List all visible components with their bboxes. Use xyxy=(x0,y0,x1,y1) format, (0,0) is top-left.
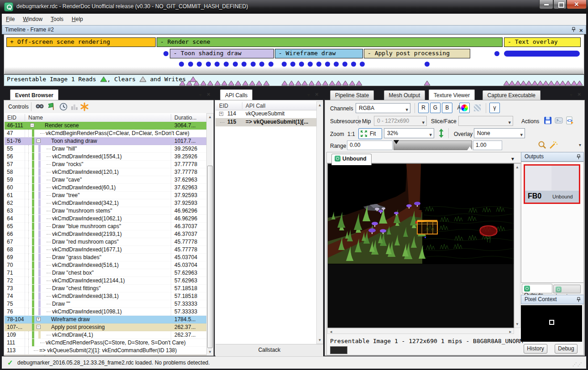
timeline-draw-dot[interactable] xyxy=(360,62,365,67)
stats-icon-disabled[interactable] xyxy=(69,102,79,112)
star-asterisk-icon[interactable] xyxy=(79,102,89,112)
tab-texture-viewer[interactable]: Texture Viewer xyxy=(429,89,475,100)
zoom-range-icon[interactable] xyxy=(537,140,547,150)
write-marker-triangle[interactable] xyxy=(179,80,186,87)
timeline-draw-dot[interactable] xyxy=(325,62,330,67)
event-row[interactable]: 55Draw "hill"39.25926 xyxy=(5,145,207,153)
menu-tools[interactable]: Tools xyxy=(47,14,68,25)
title-bar[interactable]: debugmarker.rdc - RenderDoc Unofficial r… xyxy=(0,0,588,14)
write-marker-triangle[interactable] xyxy=(235,80,242,87)
event-row[interactable]: 51-76−Toon shading draw1017.7... xyxy=(5,137,207,145)
texture-hscrollbar[interactable]: ◄► xyxy=(327,328,514,334)
texture-tab-unbound[interactable]: Unbound xyxy=(331,154,372,165)
timeline-draw-dot[interactable] xyxy=(351,62,356,67)
pixel-context-pin-icon[interactable] xyxy=(576,297,581,306)
event-row[interactable]: 66vkCmdDrawIndexed(2193,1)46.37037 xyxy=(5,230,207,238)
event-row[interactable]: 63Draw "mushroom stems"46.96296 xyxy=(5,207,207,215)
right-panel-menu-icon[interactable]: ▾ xyxy=(570,92,572,98)
tab-capture-executable[interactable]: Capture Executable xyxy=(483,90,541,100)
zoom-fit-button[interactable]: Fit xyxy=(358,128,382,139)
timeline-draw-dot[interactable] xyxy=(179,62,184,67)
open-in-shader-icon[interactable]: <> xyxy=(565,115,575,125)
write-marker-triangle[interactable] xyxy=(221,80,228,87)
timeline-canvas[interactable]: + Off-screen scene rendering- Render sce… xyxy=(4,34,584,74)
tab-outputs[interactable]: Outputs xyxy=(522,284,552,293)
event-row[interactable]: 64vkCmdDrawIndexed(1062,1)46.96296 xyxy=(5,215,207,223)
debug-button[interactable]: Debug xyxy=(555,344,578,354)
timeline-draw-dot[interactable] xyxy=(188,62,193,67)
write-marker-triangle[interactable] xyxy=(329,80,336,87)
mip-select[interactable]: 0 - 1272x690▾ xyxy=(374,116,427,126)
event-browser-header[interactable]: EID Name Duratio... xyxy=(5,113,214,122)
right-panel-close-icon[interactable]: × xyxy=(578,91,581,98)
timeline-draw-dot[interactable] xyxy=(206,62,211,67)
timeline-draw-dot[interactable] xyxy=(299,62,304,67)
event-row[interactable]: 76vkCmdDrawIndexed(1098,1)57.33333 xyxy=(5,308,207,316)
pixel-context-header[interactable]: Pixel Context xyxy=(521,295,584,304)
timeline-marker-bar[interactable]: - Toon shading draw xyxy=(170,49,274,58)
close-button[interactable]: ✕ xyxy=(567,0,587,9)
write-marker-triangle[interactable] xyxy=(288,80,295,87)
minimize-button[interactable] xyxy=(539,0,553,9)
write-marker-triangle[interactable] xyxy=(356,80,362,87)
event-browser-tree[interactable]: 46-111−Render scene3064.7...47vkCmdBegin… xyxy=(5,122,207,356)
write-marker-triangle[interactable] xyxy=(349,80,356,87)
channel-r-toggle[interactable]: R xyxy=(418,103,429,113)
api-calls-header[interactable]: EID API Call xyxy=(215,101,323,110)
timeline-marker-bar[interactable]: - Text overlay xyxy=(504,37,581,47)
event-row[interactable]: 59Draw "cave"37.62963 xyxy=(5,176,207,184)
api-row[interactable]: +114vkQueueSubmit xyxy=(215,110,317,118)
timeline-draw-dot[interactable] xyxy=(224,62,229,67)
tab-event-browser[interactable]: Event Browser xyxy=(10,89,58,100)
tab-mesh-output[interactable]: Mesh Output xyxy=(384,90,425,100)
timeline-draw-dot[interactable] xyxy=(197,62,202,67)
event-row[interactable]: 113=> vkQueueSubmit(2)[1]: vkEndCommandB… xyxy=(5,347,207,354)
texture-vscrollbar[interactable]: ▲▼ xyxy=(514,163,520,328)
event-row[interactable]: 68vkCmdDrawIndexed(1677,1)45.77778 xyxy=(5,246,207,254)
timeline-draw-dot[interactable] xyxy=(215,62,220,67)
timeline-draw-pill[interactable] xyxy=(504,51,580,57)
toolbar-overflow-icon[interactable]: ▾ xyxy=(579,142,581,147)
write-marker-triangle[interactable] xyxy=(193,80,200,87)
event-row[interactable]: 78-104+Wireframe draw1784.5... xyxy=(5,316,207,323)
tree-expander[interactable]: − xyxy=(37,325,41,329)
write-marker-triangle[interactable] xyxy=(207,80,214,87)
tab-inputs[interactable]: Inputs xyxy=(553,285,581,293)
timeline-marker-bar[interactable]: - Render scene xyxy=(157,37,503,47)
pixel-context-view[interactable] xyxy=(521,305,582,342)
tree-expander[interactable]: − xyxy=(37,139,41,143)
event-row[interactable]: 115=> vkQueueSubmit(1)[0]: vkBeginComman… xyxy=(5,354,207,356)
write-marker-triangle[interactable] xyxy=(342,80,349,87)
range-white-handle[interactable] xyxy=(467,146,472,151)
timeline-draw-dot[interactable] xyxy=(290,62,295,67)
event-row[interactable]: 71Draw "chest box"57.62963 xyxy=(5,269,207,277)
timeline-draw-dot[interactable] xyxy=(163,51,168,56)
api-row[interactable]: 115=> vkQueueSubmit(1)[... xyxy=(215,118,317,126)
timeline-close-icon[interactable]: × xyxy=(579,26,583,35)
event-row[interactable]: 57Draw "rocks"37.77778 xyxy=(5,161,207,168)
zoom-select[interactable]: 32%▾ xyxy=(384,128,434,138)
timeline-draw-dot[interactable] xyxy=(233,62,238,67)
event-row[interactable]: 65Draw "blue mushroom caps"46.37037 xyxy=(5,223,207,230)
write-marker-triangle[interactable] xyxy=(424,80,430,87)
bookmark-flag-icon[interactable] xyxy=(47,102,57,112)
timeline-marker-bar[interactable]: - Apply post processing xyxy=(364,49,470,58)
api-calls-close-icon[interactable]: × xyxy=(315,91,319,98)
timeline-marker-bar[interactable]: + Off-screen scene rendering xyxy=(6,37,156,47)
menu-help[interactable]: Help xyxy=(68,14,87,25)
write-marker-triangle[interactable] xyxy=(281,80,288,87)
write-marker-triangle[interactable] xyxy=(295,80,302,87)
timeline-draw-dot[interactable] xyxy=(334,62,339,67)
range-slider[interactable] xyxy=(394,141,472,150)
callstack-footer[interactable]: Callstack xyxy=(215,344,323,356)
tab-pipeline-state[interactable]: Pipeline State xyxy=(330,90,374,100)
event-browser-menu-icon[interactable]: ▾ xyxy=(199,92,202,98)
timeline-resource-strip[interactable]: Presentable Image 1 Reads , Clears and W… xyxy=(4,74,584,86)
event-row[interactable]: 70vkCmdDrawIndexed(516,1)45.03704 xyxy=(5,261,207,269)
time-duration-icon[interactable] xyxy=(58,102,68,112)
write-marker-triangle[interactable] xyxy=(301,80,308,87)
timeline-draw-dot[interactable] xyxy=(242,62,247,67)
texture-tab-dropdown-icon[interactable]: ▾ xyxy=(511,156,514,162)
event-row[interactable]: 75Draw ""57.33333 xyxy=(5,300,207,308)
timeline-draw-dot[interactable] xyxy=(282,62,287,67)
